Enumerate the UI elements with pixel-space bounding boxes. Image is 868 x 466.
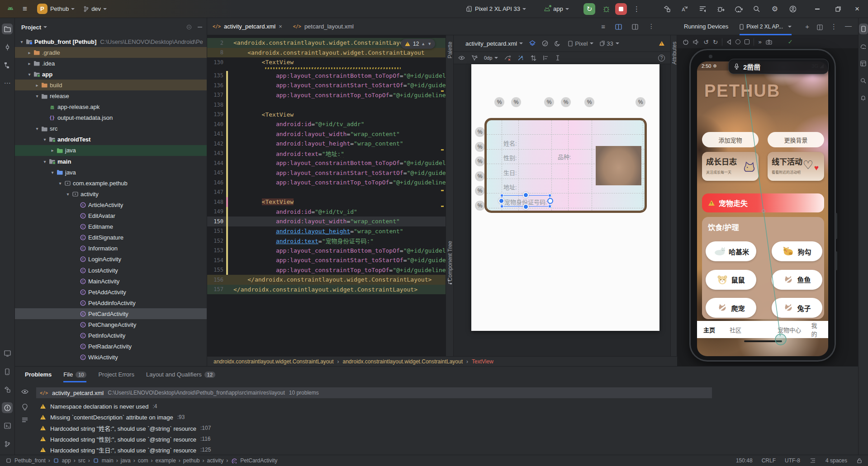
problems-file-row[interactable]: </> activity_petcard.xml C:\Users\LENOVO…: [36, 387, 712, 398]
tree-item-information[interactable]: CInformation: [15, 243, 207, 254]
code-line-145[interactable]: 145app:layout_constraintStart_toStartOf=…: [207, 168, 446, 178]
problem-row[interactable]: Hardcoded string "生日:", should use `@str…: [36, 444, 211, 455]
crumb-main[interactable]: main: [102, 457, 114, 464]
split-editor-icon[interactable]: [615, 24, 622, 30]
crumb-pethub[interactable]: pethub: [183, 457, 200, 464]
error-stripe-mark[interactable]: [441, 149, 444, 151]
code-line-154[interactable]: 154app:layout_constraintStart_toStartOf=…: [207, 255, 446, 265]
caret-position[interactable]: 150:48: [736, 457, 753, 464]
device-manager-tool-icon[interactable]: [2, 366, 13, 377]
structure-tool-icon[interactable]: [2, 60, 13, 71]
guideline-percent-badge[interactable]: %: [475, 171, 485, 181]
design-file-selector[interactable]: activity_petcard.xml: [465, 40, 517, 47]
infer-constraints-icon[interactable]: [517, 55, 524, 61]
tree-item-release[interactable]: ▾release: [15, 90, 207, 101]
tab-activity-petcard[interactable]: </> activity_petcard.xml ×: [207, 18, 288, 35]
view-options-icon[interactable]: [458, 56, 465, 60]
code-line-8[interactable]: 8<androidx.constraintlayout.widget.Const…: [207, 48, 446, 58]
card-field-label[interactable]: 姓名:: [503, 139, 517, 147]
code-line-139[interactable]: 139<TextView: [207, 110, 446, 120]
split-panel-icon[interactable]: [817, 24, 823, 30]
constraint-anchor-left[interactable]: [498, 198, 504, 204]
indent-setting[interactable]: 4 spaces: [825, 457, 847, 464]
tree-item-editname[interactable]: CEditname: [15, 221, 207, 232]
run-config-selector[interactable]: app: [541, 3, 572, 15]
code-line-141[interactable]: 141android:layout_width="wrap_content": [207, 129, 446, 139]
care-button-鱼鱼[interactable]: 鱼鱼: [772, 270, 822, 290]
blueprint-mode-icon[interactable]: [542, 40, 548, 47]
card-field-label[interactable]: 地址:: [503, 183, 517, 191]
care-button-兔子[interactable]: 兔子: [772, 298, 822, 318]
care-button-鼠鼠[interactable]: 鼠鼠: [706, 270, 756, 290]
design-canvas[interactable]: %%%%%%%%%%%% 姓名:性别:生日:地址: 品种: 宠物身份证号码:: [471, 64, 659, 331]
chevron-down-icon[interactable]: ▾: [34, 126, 40, 131]
tree-item-petaddactivity[interactable]: CPetAddActivity: [15, 287, 207, 297]
constraint-anchor-bottom[interactable]: [523, 204, 529, 210]
add-device-icon[interactable]: +: [805, 23, 809, 31]
chevron-right-icon[interactable]: ▸: [49, 148, 56, 153]
problem-row[interactable]: Missing `contentDescription` attribute o…: [36, 412, 185, 423]
growth-log-card[interactable]: 成长日志 关注成长每一天: [702, 152, 759, 181]
chevron-down-icon[interactable]: ▾: [19, 39, 25, 44]
code-line-144[interactable]: 144app:layout_constraintBottom_toTopOf="…: [207, 158, 446, 168]
code-line-156[interactable]: 156</androidx.constraintlayout.widget.Co…: [207, 275, 446, 285]
rotate-right-icon[interactable]: ↻: [713, 38, 718, 46]
build-button[interactable]: [661, 3, 673, 15]
screenshot-icon[interactable]: [766, 39, 772, 45]
resize-handle-se[interactable]: [548, 205, 551, 208]
care-button-哈基米[interactable]: 哈基米: [706, 241, 756, 261]
power-icon[interactable]: [683, 39, 689, 45]
error-stripe-mark[interactable]: [441, 90, 444, 92]
group-list-icon[interactable]: [22, 417, 28, 423]
problems-tool-icon[interactable]: [2, 402, 13, 413]
hide-panel-icon[interactable]: —: [845, 22, 852, 31]
resize-handle-sw[interactable]: [500, 205, 503, 208]
next-warning-icon[interactable]: ▼: [427, 42, 432, 46]
error-stripe-mark[interactable]: [441, 190, 444, 191]
hamburger-menu-icon[interactable]: ≡: [23, 5, 27, 14]
tree-item-petradaractivity[interactable]: CPetRadarActivity: [15, 341, 207, 352]
design-mode-icon[interactable]: [529, 40, 536, 47]
tree-item-output-metadata-json[interactable]: {}output-metadata.json: [15, 113, 207, 123]
tree-item-src[interactable]: ▾src: [15, 123, 207, 134]
more-tools-icon[interactable]: ⋯: [2, 78, 13, 89]
render-warning-icon[interactable]: [659, 41, 665, 46]
guideline-percent-badge[interactable]: %: [636, 97, 645, 107]
device-picker[interactable]: Pixel: [568, 40, 593, 47]
status-breadcrumbs[interactable]: Pethub_front›app›src›main›java›com›examp…: [5, 457, 277, 464]
prev-warning-icon[interactable]: ▲: [421, 42, 425, 46]
home-indicator[interactable]: [744, 340, 782, 342]
more-actions-icon[interactable]: »: [758, 38, 761, 45]
nav-item-主页[interactable]: 主页: [703, 325, 715, 334]
code-line-149[interactable]: 149android:id="@+id/tv_id": [207, 207, 446, 217]
file-encoding[interactable]: UTF-8: [785, 457, 800, 464]
debug-button[interactable]: [600, 3, 612, 15]
tree-item-app-release-apk[interactable]: app-release.apk: [15, 102, 207, 113]
volume-icon[interactable]: [693, 39, 699, 45]
pet-card-preview[interactable]: 姓名:性别:生日:地址: 品种: 宠物身份证号码:: [484, 118, 647, 213]
chevron-down-icon[interactable]: ▾: [42, 137, 48, 142]
tree-item-androidtest[interactable]: ▾androidTest: [15, 134, 207, 145]
tree-item-petinfoactivity[interactable]: CPetInfoActivity: [15, 330, 207, 341]
nav-item-社区[interactable]: 社区: [730, 325, 741, 334]
default-margin-selector[interactable]: 0dp: [484, 55, 498, 61]
chevron-down-icon[interactable]: ▾: [49, 170, 56, 175]
palette-tab[interactable]: Palette: [447, 42, 453, 58]
tree-item-gradle[interactable]: ▸.gradle: [15, 47, 207, 58]
tab-list-icon[interactable]: ≡: [601, 23, 605, 30]
lock-icon[interactable]: [857, 458, 862, 463]
crumb-pethub-front[interactable]: Pethub_front: [14, 457, 46, 464]
recent-files-button[interactable]: [697, 3, 708, 15]
search-everywhere-button[interactable]: [751, 3, 763, 15]
panel-more-icon[interactable]: ⋮: [830, 23, 837, 31]
problem-row[interactable]: Namespace declaration is never used:4: [36, 401, 157, 412]
guideline-percent-badge[interactable]: %: [584, 97, 594, 107]
chevron-down-icon[interactable]: ▾: [57, 181, 63, 186]
code-line-130[interactable]: 130<TextView: [207, 57, 446, 67]
phone-screen[interactable]: 2:50 ⚙ 3G PETHUB 添加宠物 更换背景 成长日志 关注成长每一天 …: [697, 61, 828, 356]
chevron-right-icon[interactable]: ▸: [34, 83, 40, 88]
resize-handle-nw[interactable]: [500, 194, 503, 197]
pet-photo-preview[interactable]: [596, 146, 641, 185]
problem-row[interactable]: Hardcoded string "姓名:", should use `@str…: [36, 423, 211, 433]
chevron-down-icon[interactable]: ▾: [34, 94, 40, 99]
